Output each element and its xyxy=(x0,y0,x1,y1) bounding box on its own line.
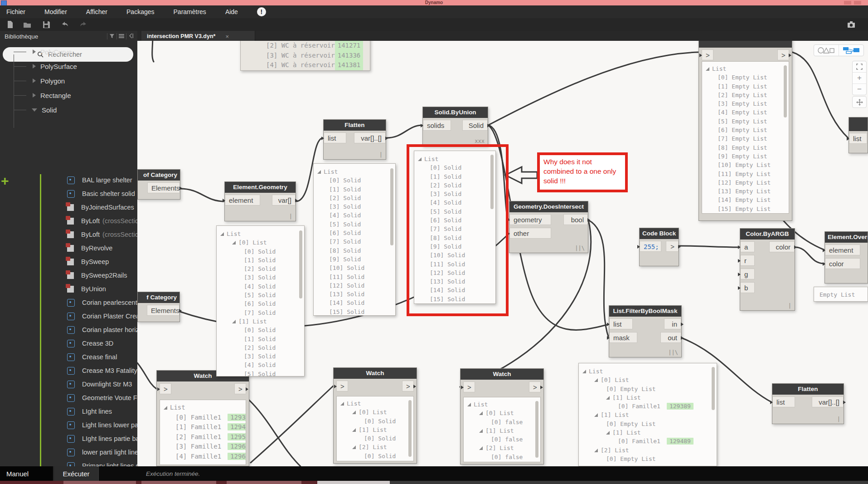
fit-view-icon[interactable] xyxy=(853,61,866,72)
expand-triangle-icon[interactable] xyxy=(479,411,483,415)
library-category[interactable]: PolyCurve xyxy=(0,47,137,56)
run-mode-select[interactable]: Manuel xyxy=(0,466,53,481)
zoom-in-icon[interactable]: + xyxy=(853,72,866,83)
expand-triangle-icon[interactable] xyxy=(582,370,586,373)
port-input-r[interactable]: r xyxy=(740,255,755,266)
library-item[interactable]: lower parti light lines xyxy=(0,445,137,459)
node-title[interactable]: Element.Overri xyxy=(825,232,868,243)
preview-empty-list[interactable]: Empty List xyxy=(814,287,868,302)
library-item[interactable]: Corian pearlescent light lines M3 xyxy=(0,296,137,309)
node-title[interactable]: Element.Geometry xyxy=(225,182,296,193)
expand-triangle-icon[interactable] xyxy=(606,396,610,400)
node-title[interactable] xyxy=(849,117,868,131)
node-title[interactable]: Flatten xyxy=(324,120,386,131)
port-output-bool[interactable]: bool xyxy=(563,214,588,225)
port-output[interactable]: > xyxy=(666,241,679,252)
library-item[interactable]: LIght lines xyxy=(0,405,137,418)
port-input-list[interactable]: list xyxy=(324,132,346,143)
node-title[interactable]: Watch xyxy=(334,368,417,379)
node-title[interactable]: Code Block xyxy=(640,228,679,239)
watch-list[interactable]: List[0] Famille1129389[1] Famille1129489… xyxy=(160,400,246,465)
port-input-list[interactable]: list xyxy=(772,396,795,407)
watch-list[interactable]: List[0] List[0] false[1] List[0] false[2… xyxy=(463,397,541,462)
node-title[interactable]: Color.ByARGB xyxy=(740,229,795,240)
expand-triangle-icon[interactable] xyxy=(220,232,224,236)
expand-triangle-icon[interactable] xyxy=(594,449,598,452)
port-output-var[interactable]: var[] xyxy=(272,195,296,205)
notification-exclamation-icon[interactable]: ! xyxy=(257,7,266,16)
library-item[interactable]: Basic shelter solid xyxy=(0,187,137,200)
port-input[interactable]: > xyxy=(160,383,171,394)
menu-item[interactable]: Aide xyxy=(225,8,238,15)
expand-arrow-icon[interactable] xyxy=(33,49,36,54)
menu-item[interactable]: Paramètres xyxy=(174,8,206,15)
lacing-indicator[interactable]: xxx xyxy=(475,138,485,144)
scrollbar-thumb[interactable] xyxy=(408,400,412,457)
redo-icon[interactable] xyxy=(79,20,88,29)
preview-filter-result[interactable]: List [0] List [0] Empty List [1] List [0… xyxy=(578,363,717,466)
graph-view-icon[interactable] xyxy=(839,45,863,56)
menu-item[interactable]: Fichier xyxy=(6,8,25,15)
expand-triangle-icon[interactable] xyxy=(340,402,344,406)
expand-triangle-icon[interactable] xyxy=(352,411,356,414)
library-item[interactable]: ByRevolve xyxy=(0,241,137,255)
run-button[interactable]: Exécuter xyxy=(53,466,99,481)
tab-intersection-pmr[interactable]: intersection PMR V3.dyn* × xyxy=(141,31,255,42)
port-output[interactable]: > xyxy=(777,49,789,60)
port-input-element[interactable]: element xyxy=(825,244,860,255)
library-item[interactable]: Crease 3D xyxy=(0,337,137,350)
node-flatten-1[interactable]: Flatten list var[]..[] | xyxy=(323,119,386,160)
node-title[interactable] xyxy=(699,41,792,48)
node-title[interactable]: Geometry.DoesIntersect xyxy=(509,201,588,212)
scrollbar-thumb[interactable] xyxy=(390,168,393,245)
expand-triangle-icon[interactable] xyxy=(594,378,598,382)
list-view-icon[interactable] xyxy=(116,33,126,39)
library-item[interactable]: Corian plaster horizontal xyxy=(0,323,137,337)
geometry-view-icon[interactable] xyxy=(814,45,839,56)
expand-triangle-icon[interactable] xyxy=(232,320,236,323)
undo-icon[interactable] xyxy=(60,20,69,29)
library-item[interactable]: BySweep2Rails xyxy=(0,269,137,282)
port-output-var[interactable]: var[]..[] xyxy=(812,396,844,407)
port-input-list[interactable]: list xyxy=(609,318,633,329)
new-file-icon[interactable] xyxy=(5,20,15,29)
library-item[interactable]: ByUnion xyxy=(0,282,137,296)
node-solid-byunion[interactable]: Solid.ByUnion solids Solid xxx xyxy=(422,107,488,146)
scrollbar-thumb[interactable] xyxy=(535,401,538,458)
expand-triangle-icon[interactable] xyxy=(352,428,356,432)
library-item[interactable]: Corian Plaster Crease 2.0 xyxy=(0,309,137,323)
port-input-b[interactable]: b xyxy=(740,282,755,293)
node-geometry-doesintersect[interactable]: Geometry.DoesIntersect geometry bool oth… xyxy=(509,201,588,253)
node-element-overridecolor[interactable]: Element.Overri element color xyxy=(824,231,868,284)
port-input-solids[interactable]: solids xyxy=(423,120,451,131)
node-watch-solid[interactable]: Watch > > List[0] List[0] Solid[1] List[… xyxy=(333,367,417,464)
watch-list[interactable]: List[0] Empty List[1] Empty List[2] Empt… xyxy=(702,61,789,214)
library-item[interactable]: ByJoinedSurfaces xyxy=(0,200,137,214)
library-item[interactable]: ByLoft (crossSections) xyxy=(0,214,137,228)
node-title[interactable]: Watch xyxy=(461,369,543,380)
library-item[interactable]: Light lines lower part xyxy=(0,418,137,432)
expand-arrow-icon[interactable] xyxy=(33,93,36,98)
expand-triangle-icon[interactable] xyxy=(352,445,356,449)
graph-canvas[interactable]: [2] WC à réservoir141271 [3] WC à réserv… xyxy=(137,41,868,466)
save-icon[interactable] xyxy=(42,20,51,29)
node-flatten-2[interactable]: Flatten list var[]..[] | xyxy=(772,383,844,424)
library-item[interactable]: ByLoft (crossSections, guideCurves) xyxy=(0,228,137,241)
wire[interactable] xyxy=(488,52,698,125)
minimize-icon[interactable] xyxy=(844,1,851,5)
library-item[interactable]: Downlight Str M3 xyxy=(0,377,137,391)
port-input[interactable]: > xyxy=(463,381,475,392)
menu-item[interactable]: Afficher xyxy=(86,8,107,15)
lacing-indicator[interactable]: ||\ xyxy=(668,349,678,356)
annotation-note[interactable]: Why does it not combined to a one only s… xyxy=(537,152,628,192)
node-watch-top[interactable]: > > List[0] Empty List[1] Empty List[2] … xyxy=(698,41,792,221)
camera-export-icon[interactable] xyxy=(847,20,856,29)
library-item[interactable]: Crease M3 Fatality xyxy=(0,364,137,377)
wire[interactable] xyxy=(180,189,224,201)
expand-triangle-icon[interactable] xyxy=(232,241,236,244)
wire[interactable] xyxy=(386,125,422,138)
watch-preview-wc[interactable]: [2] WC à réservoir141271 [3] WC à réserv… xyxy=(240,41,370,71)
library-item[interactable]: LIght lines partie basse xyxy=(0,432,137,445)
port-input-color[interactable]: color xyxy=(825,258,860,269)
menu-item[interactable]: Modifier xyxy=(44,8,67,15)
